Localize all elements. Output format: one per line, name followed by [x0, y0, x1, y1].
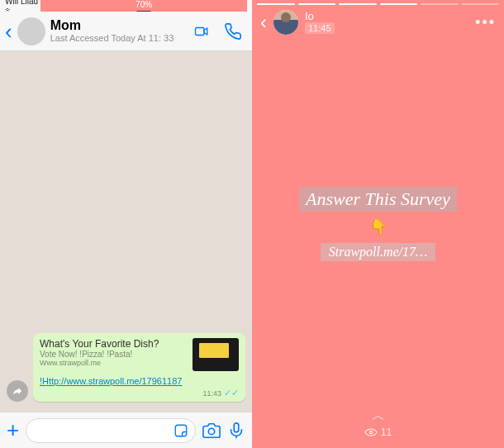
eye-icon [364, 428, 378, 436]
svg-point-4 [369, 431, 372, 433]
message-link[interactable]: !Http://www.strawpoll.me/17961187 [40, 376, 239, 386]
battery-pct: 70% [136, 0, 152, 9]
story-avatar[interactable] [273, 10, 298, 35]
link-preview-thumb [193, 338, 239, 371]
story-text-title: Answer This Survey [299, 187, 457, 212]
phone-call-icon[interactable] [224, 22, 242, 41]
chat-body[interactable]: What's Your Favorite Dish? Vote Now! !Pi… [0, 51, 252, 412]
story-link-sticker[interactable]: Strawpoll.me/17… [321, 243, 436, 261]
input-bar: + [0, 412, 252, 448]
story-footer[interactable]: ︿ 11 [252, 407, 504, 448]
forward-icon[interactable] [7, 380, 28, 402]
chevron-up-icon[interactable]: ︿ [372, 407, 385, 425]
message-bubble[interactable]: What's Your Favorite Dish? Vote Now! !Pi… [33, 333, 245, 402]
view-count: 11 [381, 427, 392, 438]
story-header: ‹ Io 11:45 ••• [252, 5, 504, 40]
svg-rect-3 [234, 422, 239, 431]
story-content[interactable]: Answer This Survey 👇 Strawpoll.me/17… [252, 40, 504, 407]
svg-rect-0 [196, 27, 205, 35]
sticker-icon[interactable] [174, 423, 188, 438]
video-call-icon[interactable] [193, 22, 211, 41]
svg-point-2 [208, 428, 214, 434]
status-bar: Will Lliad ᯤ 11:44 70% [0, 0, 252, 12]
link-preview-domain: Www.strawpoll.me [40, 359, 188, 367]
story-back-icon[interactable]: ‹ [260, 11, 267, 34]
instagram-story-pane: ‹ Io 11:45 ••• Answer This Survey 👇 Stra… [252, 0, 504, 448]
back-icon[interactable]: ‹ [5, 21, 12, 42]
attach-icon[interactable]: + [7, 417, 19, 443]
read-ticks-icon: ✓✓ [224, 388, 239, 398]
contact-name: Mom [50, 18, 188, 33]
text-input[interactable] [26, 418, 196, 443]
link-preview-title: What's Your Favorite Dish? [40, 338, 188, 350]
more-icon[interactable]: ••• [475, 14, 496, 31]
link-preview-subtitle: Vote Now! !Pizza! !Pasta! [40, 350, 188, 359]
pointing-down-icon: 👇 [369, 218, 388, 236]
camera-icon[interactable] [202, 422, 221, 440]
chat-header: ‹ Mom Last Accessed Today At 11: 33 [0, 12, 252, 51]
story-username[interactable]: Io [305, 11, 335, 22]
contact-avatar[interactable] [17, 17, 45, 45]
whatsapp-pane: Will Lliad ᯤ 11:44 70% ‹ Mom Last Access… [0, 0, 252, 448]
mic-icon[interactable] [227, 422, 245, 440]
message-time: 11:43 [202, 389, 221, 398]
svg-rect-1 [175, 425, 187, 436]
story-time: 11:45 [305, 22, 335, 34]
header-title-block[interactable]: Mom Last Accessed Today At 11: 33 [50, 18, 188, 44]
last-accessed-label: Last Accessed Today At 11: 33 [50, 33, 188, 44]
